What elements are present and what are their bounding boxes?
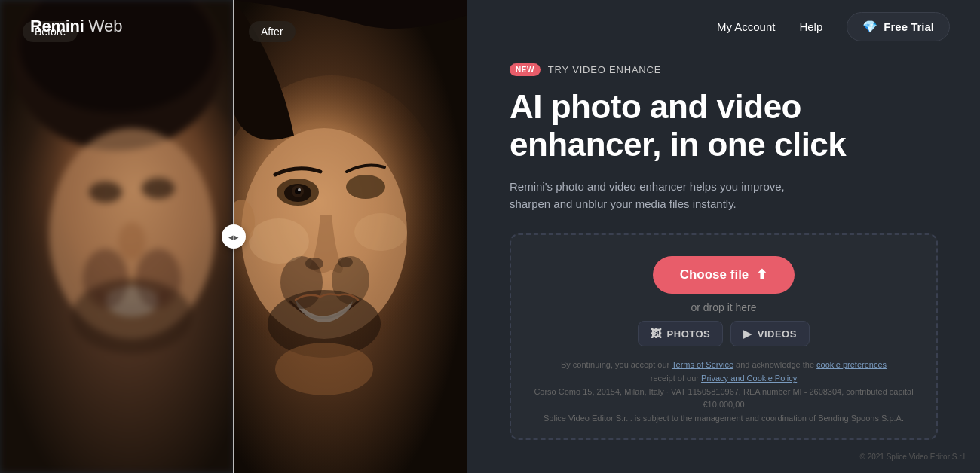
svg-point-27 — [354, 213, 407, 251]
svg-point-26 — [249, 218, 309, 264]
media-buttons: 🖼 PHOTOS ▶ VIDEOS — [638, 321, 810, 346]
svg-point-5 — [89, 182, 122, 203]
header-nav: My Account Help 💎 Free Trial — [717, 12, 950, 41]
svg-point-6 — [142, 178, 175, 199]
headline-line2: enhancer, in one click — [510, 126, 846, 163]
legal-text: By continuing, you accept our Terms of S… — [526, 359, 921, 425]
legal-mid: and acknowledge the — [733, 360, 814, 369]
svg-point-25 — [332, 256, 369, 304]
cookie-pref-link[interactable]: cookie preferences — [816, 360, 887, 369]
company-info: Corso Como 15, 20154, Milan, Italy · VAT… — [534, 387, 913, 410]
help-link[interactable]: Help — [799, 20, 822, 33]
drag-handle[interactable]: ◂▸ — [222, 224, 246, 249]
logo[interactable]: Remini Web — [30, 17, 122, 36]
svg-point-24 — [280, 256, 323, 309]
logo-remini: Remini — [30, 17, 84, 36]
videos-label: VIDEOS — [758, 328, 797, 340]
svg-point-20 — [298, 188, 301, 191]
terms-link[interactable]: Terms of Service — [672, 360, 733, 369]
svg-point-10 — [83, 249, 128, 309]
footer-text: © 2021 Splice Video Editor S.r.l — [860, 451, 966, 462]
main-layout: Remini Web My Account Help 💎 Free Trial — [0, 0, 980, 473]
video-enhance-row: NEW TRY VIDEO ENHANCE — [510, 63, 938, 76]
logo-web: Web — [89, 17, 123, 36]
after-half — [234, 0, 467, 473]
choose-file-label: Choose file — [680, 267, 749, 282]
drag-arrows-icon: ◂▸ — [228, 231, 239, 243]
my-account-link[interactable]: My Account — [717, 20, 776, 33]
header: Remini Web My Account Help 💎 Free Trial — [0, 0, 980, 53]
svg-point-28 — [275, 343, 373, 395]
headline: AI photo and video enhancer, in one clic… — [510, 88, 938, 164]
gem-icon: 💎 — [862, 20, 877, 34]
svg-point-16 — [346, 175, 385, 199]
choose-file-button[interactable]: Choose file ⬆ — [653, 256, 795, 294]
svg-point-7 — [118, 222, 145, 260]
legal-pre: By continuing, you accept our — [561, 360, 672, 369]
video-enhance-label: TRY VIDEO ENHANCE — [548, 64, 661, 75]
company-info2: Splice Video Editor S.r.l. is subject to… — [544, 413, 904, 423]
free-trial-button[interactable]: 💎 Free Trial — [847, 12, 950, 41]
new-badge: NEW — [510, 63, 541, 76]
legal-receipt: receipt of our — [651, 374, 701, 383]
upload-icon: ⬆ — [756, 267, 767, 283]
comparison-image: ◂▸ Before After — [0, 0, 467, 473]
before-half — [0, 0, 234, 473]
or-drop-text: or drop it here — [691, 301, 756, 313]
photos-icon: 🖼 — [651, 328, 662, 340]
photos-label: PHOTOS — [667, 328, 711, 340]
photos-button[interactable]: 🖼 PHOTOS — [638, 321, 723, 346]
free-trial-label: Free Trial — [884, 20, 934, 33]
privacy-link[interactable]: Privacy and Cookie Policy — [701, 374, 797, 383]
svg-point-11 — [136, 249, 181, 309]
subtext: Remini's photo and video enhancer helps … — [510, 178, 826, 213]
videos-button[interactable]: ▶ VIDEOS — [730, 321, 810, 346]
upload-box: Choose file ⬆ or drop it here 🖼 PHOTOS ▶… — [510, 233, 938, 440]
videos-icon: ▶ — [743, 328, 752, 340]
headline-line1: AI photo and video — [510, 88, 801, 125]
content-section: NEW TRY VIDEO ENHANCE AI photo and video… — [467, 0, 980, 473]
